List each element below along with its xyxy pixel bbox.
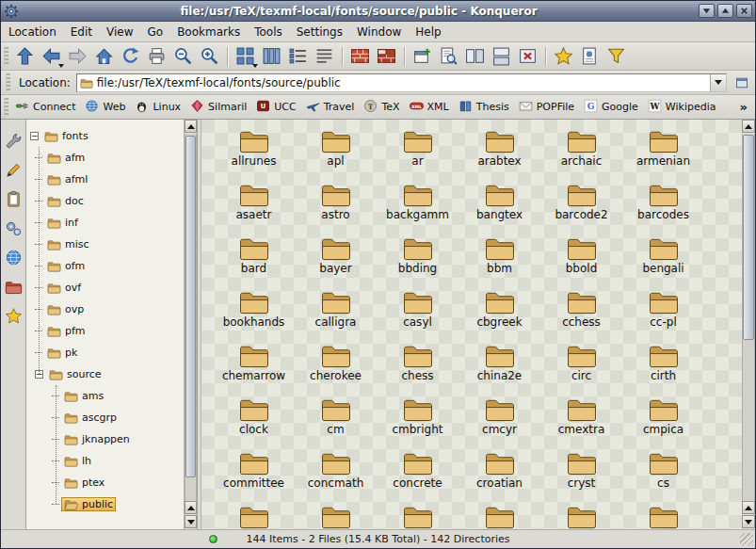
menu-help[interactable]: Help [415,25,441,39]
folder-item[interactable]: backgamm [377,178,458,232]
tree-item-lh[interactable]: lh [26,450,184,472]
bookmark-tex[interactable]: TTeX [360,97,405,118]
tree-item-ofm[interactable]: ofm [26,255,184,277]
root-folder-tab[interactable] [4,277,24,297]
tree-item-jknappen[interactable]: jknappen [26,428,184,450]
folder-item[interactable]: cmextra [540,393,622,446]
zoom-in-button[interactable] [197,44,222,69]
folder-item[interactable]: cmcyr [458,393,540,446]
tree-item-pfm[interactable]: pfm [26,320,184,342]
menu-tools[interactable]: Tools [254,25,282,39]
tree-item-misc[interactable]: misc [26,234,184,255]
location-combobox[interactable] [76,73,727,92]
edit-tab[interactable] [4,160,24,180]
forward-button[interactable] [65,44,90,69]
bookmark-toolbar-handle[interactable] [4,98,8,117]
bookmark-ucc[interactable]: UUCC [252,97,301,118]
text-view-button[interactable] [312,44,337,69]
folder-item[interactable] [540,500,622,529]
main-scroll-track[interactable] [742,134,755,501]
folder-item[interactable]: apl [295,124,377,178]
up-button[interactable] [12,44,38,69]
folder-item[interactable]: chess [377,339,458,393]
view-profile-button[interactable] [577,44,603,69]
folder-item[interactable]: concmath [295,446,377,500]
folder-item[interactable]: china2e [458,339,540,393]
devices-tab[interactable] [4,218,24,238]
bookmark-wikipedia[interactable]: WWikipedia [644,97,722,118]
tree-item-ascgrp[interactable]: ascgrp [26,407,184,428]
folder-item[interactable] [295,500,377,529]
folder-item[interactable]: calligra [295,285,377,339]
folder-item[interactable]: arabtex [458,124,540,178]
menu-go[interactable]: Go [148,25,164,39]
split-view-left-right-button[interactable] [462,44,488,69]
location-dropdown-button[interactable] [710,74,726,91]
folder-item[interactable]: asaetr [213,178,295,232]
resize-grip[interactable] [740,533,753,546]
bookmark-travel[interactable]: Travel [302,97,361,118]
bookmark-connect[interactable]: Connect [11,97,81,118]
bookmark-web[interactable]: Web [81,97,131,118]
folder-item[interactable]: committee [213,446,295,500]
location-indicator-icon[interactable] [732,73,751,92]
main-scroll-up-button[interactable] [742,120,755,133]
folder-item[interactable]: cryst [540,446,622,500]
folder-item[interactable]: bangtex [458,178,540,232]
folder-item[interactable] [458,500,540,529]
bookmark-google[interactable]: GGoogle [580,97,644,118]
menu-bookmarks[interactable]: Bookmarks [177,25,240,39]
tree-item-ams[interactable]: ams [26,385,184,407]
tree-scroll-up-button-2[interactable] [185,501,197,514]
tree-item-doc[interactable]: doc [26,190,184,212]
menu-location[interactable]: Location [8,25,56,39]
bookmark-popfile[interactable]: POPFile [515,97,580,118]
tree-item-source[interactable]: −source [26,363,184,385]
print-button[interactable] [144,44,169,69]
tree-item-ptex[interactable]: ptex [26,472,184,493]
location-input[interactable] [97,76,706,89]
bookmark-thesis[interactable]: Thesis [455,97,515,118]
folder-item[interactable]: bengali [622,232,704,285]
tree-item-ovp[interactable]: ovp [26,299,184,320]
tree-item-pk[interactable]: pk [26,342,184,363]
bookmark-xml[interactable]: XMLXML [406,97,455,118]
toolbar-handle[interactable] [4,47,8,66]
folder-item[interactable]: barcodes [622,178,704,232]
remove-view-button[interactable] [515,44,540,69]
folder-item[interactable]: cirth [622,339,704,393]
new-tab-button[interactable] [410,44,435,69]
folder-item[interactable] [622,500,704,529]
find-button[interactable] [436,44,461,69]
tree-scroll-up-button[interactable] [185,120,197,133]
folder-item[interactable]: bayer [295,232,377,285]
folder-item[interactable]: cchess [540,285,622,339]
notes-tab[interactable] [4,189,24,209]
bookmark-silmaril[interactable]: Silmaril [186,97,252,118]
folder-item[interactable]: clock [213,393,295,446]
folder-item[interactable]: cc-pl [622,285,704,339]
folder-item[interactable]: croatian [458,446,540,500]
menu-view[interactable]: View [106,25,133,39]
main-scroll-down-button[interactable] [742,515,755,528]
tree-item-afml[interactable]: afml [26,169,184,190]
back-button[interactable] [39,44,64,69]
menu-edit[interactable]: Edit [71,25,92,39]
folder-item[interactable] [213,500,295,529]
folder-item[interactable]: ar [377,124,458,178]
folder-item[interactable]: bbm [458,232,540,285]
html-view-button[interactable] [347,44,373,69]
frames-view-button[interactable] [374,44,399,69]
minimize-button[interactable] [699,4,715,18]
tree-item-inf[interactable]: inf [26,212,184,234]
split-view-top-bottom-button[interactable] [489,44,514,69]
folder-item[interactable]: cm [295,393,377,446]
tree-item-public[interactable]: public [26,493,184,515]
bookmarks-tab[interactable] [4,306,24,326]
maximize-button[interactable] [717,4,733,18]
tree-item-afm[interactable]: afm [26,147,184,169]
folder-item[interactable]: bard [213,232,295,285]
folder-item[interactable]: cbgreek [458,285,540,339]
location-toolbar-handle[interactable] [6,73,10,92]
filter-button[interactable] [603,44,629,69]
